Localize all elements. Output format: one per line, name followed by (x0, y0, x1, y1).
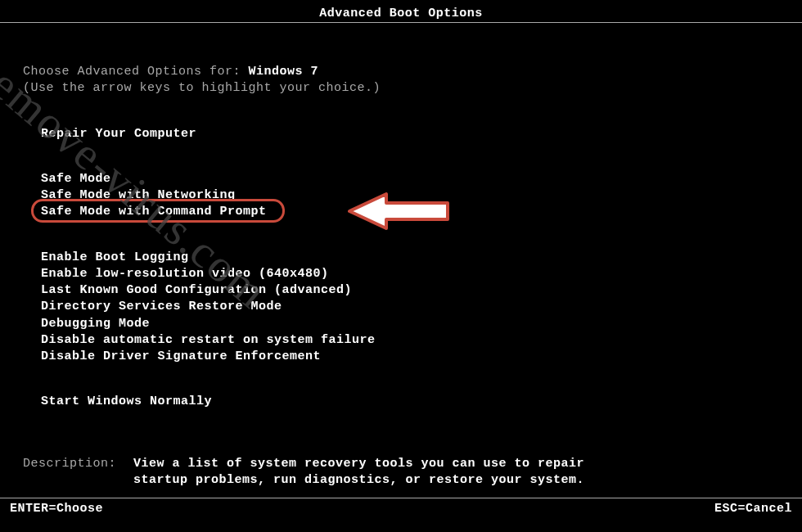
menu-enable-boot-logging[interactable]: Enable Boot Logging (41, 250, 779, 266)
menu-repair-computer[interactable]: Repair Your Computer (41, 126, 779, 142)
menu-start-normally[interactable]: Start Windows Normally (41, 394, 779, 410)
menu-disable-auto-restart[interactable]: Disable automatic restart on system fail… (41, 332, 779, 349)
menu-ds-restore[interactable]: Directory Services Restore Mode (41, 299, 779, 315)
boot-menu: Repair Your Computer Safe Mode Safe Mode… (23, 126, 779, 411)
menu-safe-mode[interactable]: Safe Mode (41, 171, 779, 187)
footer-esc: ESC=Cancel (714, 502, 792, 516)
intro-text: Choose Advanced Options for: Windows 7 (… (23, 64, 779, 97)
page-title: Advanced Boot Options (0, 0, 802, 23)
footer-enter: ENTER=Choose (10, 502, 103, 516)
description-block: Description: View a list of system recov… (23, 456, 779, 489)
intro-hint: (Use the arrow keys to highlight your ch… (23, 80, 779, 97)
menu-safe-mode-networking[interactable]: Safe Mode with Networking (41, 187, 779, 204)
intro-prefix: Choose Advanced Options for: (23, 65, 249, 79)
os-name: Windows 7 (249, 65, 319, 79)
menu-low-res-video[interactable]: Enable low-resolution video (640x480) (41, 266, 779, 282)
footer-bar: ENTER=Choose ESC=Cancel (0, 498, 802, 516)
menu-disable-driver-sig[interactable]: Disable Driver Signature Enforcement (41, 349, 779, 365)
menu-debugging[interactable]: Debugging Mode (41, 316, 779, 332)
description-label: Description: (23, 456, 133, 489)
description-text: View a list of system recovery tools you… (133, 456, 592, 489)
menu-safe-mode-command-prompt[interactable]: Safe Mode with Command Prompt (41, 204, 267, 220)
menu-last-known-good[interactable]: Last Known Good Configuration (advanced) (41, 282, 779, 299)
content-area: Choose Advanced Options for: Windows 7 (… (0, 64, 802, 489)
